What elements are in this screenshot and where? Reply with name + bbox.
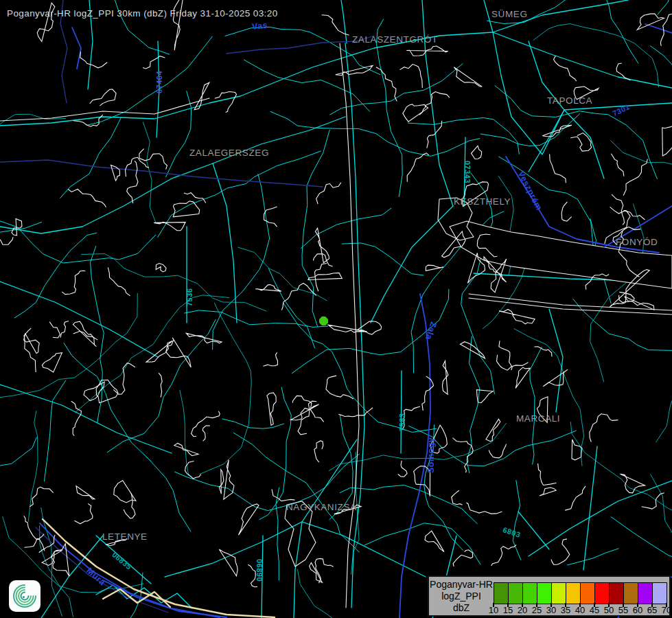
region-name-label: Vas — [251, 21, 268, 32]
city-label: MARCALI — [516, 413, 560, 424]
met-service-logo — [9, 580, 40, 612]
major-roads-rivers — [0, 0, 672, 618]
road-number-label: 06890 — [255, 559, 264, 582]
road-number-label: 07464 — [155, 71, 163, 93]
legend-color-cell — [594, 582, 609, 604]
radar-echo — [319, 317, 328, 325]
road-number-label: 07343 — [463, 161, 472, 183]
city-label: KESZTHELY — [454, 196, 511, 207]
radar-map-stage: Poganyvar-HR logZ_PPI 30km (dbZ) Friday … — [0, 0, 672, 618]
radar-product-title: Poganyvar-HR logZ_PPI 30km (dbZ) Friday … — [7, 8, 278, 19]
city-label: ZALASZENTGRÓT — [352, 34, 438, 45]
settlement-outlines — [0, 0, 672, 587]
legend-color-cell — [522, 582, 537, 604]
road-number-label: 7536 — [185, 288, 194, 306]
city-label: ZALAEGERSZEG — [189, 148, 269, 158]
legend-color-cell — [494, 582, 508, 604]
legend-title-line2: logZ_PPI — [441, 591, 481, 602]
dbz-legend: Poganyvar-HR logZ_PPI dbZ 10152025303540… — [428, 575, 671, 617]
radar-basemap — [0, 0, 672, 618]
city-label: SÜMEG — [491, 9, 528, 19]
city-label: LETENYE — [102, 531, 148, 542]
legend-color-cell — [566, 582, 580, 604]
legend-title: Poganyvar-HR logZ_PPI dbZ — [429, 577, 494, 615]
stream-network — [0, 0, 672, 618]
legend-title-line1: Poganyvar-HR — [430, 579, 493, 591]
road-number-label: 7583 — [398, 413, 406, 431]
legend-title-line3: dbZ — [453, 602, 470, 614]
legend-color-cell — [623, 582, 638, 604]
legend-color-cell — [580, 582, 594, 604]
legend-tick-label: 70 — [658, 605, 672, 615]
legend-color-cell — [652, 582, 667, 604]
city-label: FONYÓD — [616, 237, 658, 247]
legend-color-cell — [609, 582, 623, 604]
city-label: NAGYKANIZSA — [286, 502, 357, 512]
city-label: TAPOLCA — [547, 95, 592, 106]
legend-color-cell — [537, 582, 551, 604]
legend-color-scale — [494, 582, 667, 603]
region-name-label: Somogy — [426, 437, 436, 473]
legend-color-cell — [638, 582, 652, 604]
legend-color-cell — [508, 582, 522, 604]
legend-color-cell — [551, 582, 566, 604]
